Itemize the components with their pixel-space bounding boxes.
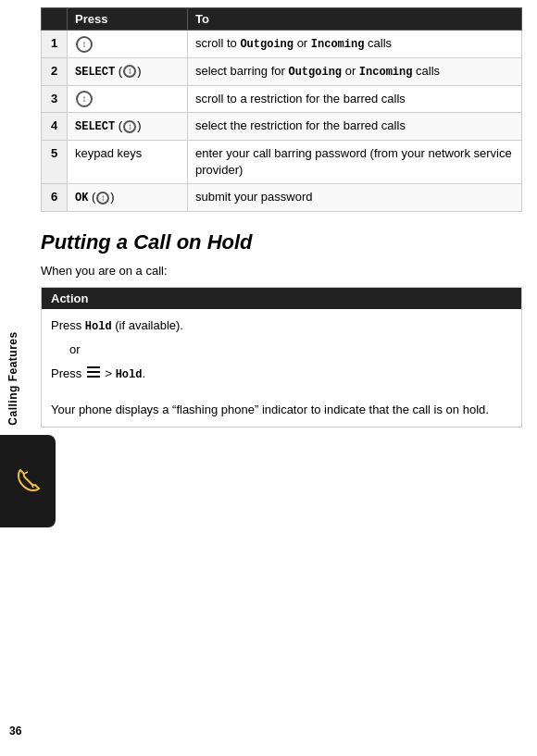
main-content: Press To 1 scroll to Outgoing or Incomin… — [26, 0, 537, 756]
phone-icon — [11, 465, 44, 498]
row-number: 4 — [42, 113, 68, 141]
to-cell: scroll to Outgoing or Incoming calls — [188, 31, 522, 58]
section-title: Putting a Call on Hold — [41, 230, 522, 254]
row-number: 3 — [42, 85, 68, 113]
row-number: 6 — [42, 184, 68, 212]
press-cell: SELECT () — [68, 57, 188, 85]
scroll-icon — [76, 36, 93, 53]
action-header: Action — [42, 288, 522, 310]
to-cell: scroll to a restriction for the barred c… — [188, 85, 522, 113]
press-cell: OK () — [68, 184, 188, 212]
action-row: Press Hold (if available). or Press > Ho… — [42, 309, 522, 427]
table-row: 4 SELECT () select the restriction for t… — [42, 113, 522, 141]
svg-rect-0 — [87, 366, 100, 368]
to-cell: select the restriction for the barred ca… — [188, 113, 522, 141]
incoming-key: Incoming — [311, 38, 365, 51]
press-cell — [68, 85, 188, 113]
incoming-key: Incoming — [359, 66, 413, 79]
outgoing-key: Outgoing — [240, 38, 293, 51]
svg-rect-2 — [87, 376, 100, 378]
table-row: 5 keypad keys enter your call barring pa… — [42, 140, 522, 183]
action-line3: Your phone displays a “flashing phone” i… — [51, 403, 489, 416]
to-cell: select barring for Outgoing or Incoming … — [188, 57, 522, 85]
row-number: 2 — [42, 57, 68, 85]
select-key: SELECT — [75, 120, 115, 133]
to-cell: enter your call barring password (from y… — [188, 140, 522, 183]
row-number: 1 — [42, 31, 68, 58]
action-line2: Press > Hold. — [51, 366, 145, 380]
hold-key: Hold — [85, 320, 112, 333]
sidebar-label: Calling Features — [6, 331, 19, 425]
menu-icon — [87, 365, 100, 383]
table-row: 6 OK () submit your password — [42, 184, 522, 212]
to-cell: submit your password — [188, 184, 522, 212]
section-intro: When you are on a call: — [41, 264, 522, 278]
nav-icon — [96, 192, 109, 204]
press-cell: keypad keys — [68, 140, 188, 183]
outgoing-key: Outgoing — [288, 66, 342, 79]
sidebar: Calling Features — [0, 0, 26, 756]
scroll-icon — [76, 91, 93, 107]
action-table: Action Press Hold (if available). or Pre… — [41, 287, 522, 428]
action-line1: Press Hold (if available). — [51, 318, 183, 332]
phone-image — [0, 435, 56, 527]
ok-key: OK — [75, 192, 88, 204]
press-cell — [68, 31, 188, 58]
table-header-to: To — [188, 8, 522, 31]
table-header-press: Press — [68, 8, 188, 31]
table-row: 2 SELECT () select barring for Outgoing … — [42, 57, 522, 85]
press-cell: SELECT () — [68, 113, 188, 141]
table-header-num — [42, 8, 68, 31]
nav-icon — [123, 65, 136, 78]
select-key: SELECT — [75, 66, 115, 79]
table-row: 1 scroll to Outgoing or Incoming calls — [42, 31, 522, 58]
press-table: Press To 1 scroll to Outgoing or Incomin… — [41, 7, 522, 212]
row-number: 5 — [42, 140, 68, 183]
action-or: or — [51, 341, 512, 359]
table-row: 3 scroll to a restriction for the barred… — [42, 85, 522, 113]
svg-rect-1 — [87, 371, 100, 373]
page-number: 36 — [9, 725, 21, 737]
hold-key2: Hold — [116, 368, 143, 381]
action-content: Press Hold (if available). or Press > Ho… — [42, 309, 522, 427]
nav-icon — [123, 120, 136, 133]
